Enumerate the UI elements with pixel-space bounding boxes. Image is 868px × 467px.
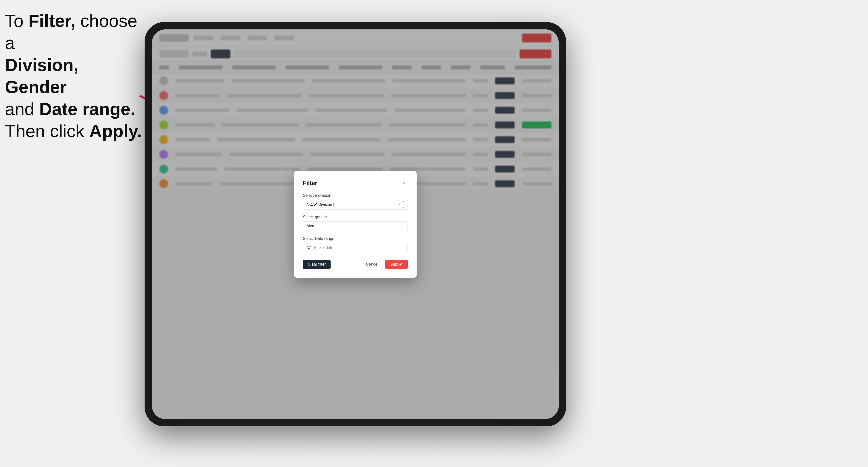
modal-footer: Clear filter Cancel Apply bbox=[303, 260, 408, 269]
apply-button[interactable]: Apply bbox=[385, 260, 408, 269]
footer-right: Cancel Apply bbox=[362, 260, 408, 269]
clear-filter-button[interactable]: Clear filter bbox=[303, 260, 331, 269]
date-placeholder: Pick a date bbox=[314, 246, 333, 250]
gender-select[interactable]: Men × ⌃⌄ bbox=[303, 221, 408, 231]
modal-title: Filter bbox=[303, 180, 317, 186]
gender-select-value: Men bbox=[303, 221, 398, 231]
filter-modal: Filter × Select a division NCAA Division… bbox=[294, 171, 416, 278]
gender-chevron-icon[interactable]: ⌃⌄ bbox=[402, 222, 405, 230]
division-gender-bold: Division, Gender bbox=[5, 55, 79, 97]
tablet-frame: Filter × Select a division NCAA Division… bbox=[145, 22, 566, 426]
division-select[interactable]: NCAA Division I × ⌃⌄ bbox=[303, 200, 408, 210]
gender-select-actions: × ⌃⌄ bbox=[398, 222, 407, 230]
division-clear-icon[interactable]: × bbox=[398, 202, 401, 207]
gender-label: Select gender bbox=[303, 215, 408, 219]
modal-header: Filter × bbox=[303, 180, 408, 186]
division-chevron-icon[interactable]: ⌃⌄ bbox=[402, 201, 405, 209]
gender-form-group: Select gender Men × ⌃⌄ bbox=[303, 215, 408, 231]
modal-overlay: Filter × Select a division NCAA Division… bbox=[152, 29, 559, 419]
division-label: Select a division bbox=[303, 193, 408, 198]
cancel-button[interactable]: Cancel bbox=[362, 260, 382, 269]
calendar-icon: 📅 bbox=[307, 246, 311, 250]
date-label: Select Date range bbox=[303, 237, 408, 241]
tablet-screen: Filter × Select a division NCAA Division… bbox=[152, 29, 559, 419]
division-form-group: Select a division NCAA Division I × ⌃⌄ bbox=[303, 193, 408, 210]
division-select-actions: × ⌃⌄ bbox=[398, 201, 407, 209]
filter-bold: Filter, bbox=[28, 11, 75, 31]
date-input[interactable]: 📅 Pick a date bbox=[303, 243, 408, 253]
date-range-bold: Date range. bbox=[39, 99, 135, 119]
instruction-text: To Filter, choose a Division, Gender and… bbox=[5, 10, 142, 142]
modal-close-button[interactable]: × bbox=[401, 180, 408, 186]
apply-bold: Apply. bbox=[89, 121, 142, 141]
division-select-value: NCAA Division I bbox=[303, 200, 398, 209]
gender-clear-icon[interactable]: × bbox=[398, 223, 401, 229]
date-form-group: Select Date range 📅 Pick a date bbox=[303, 237, 408, 253]
